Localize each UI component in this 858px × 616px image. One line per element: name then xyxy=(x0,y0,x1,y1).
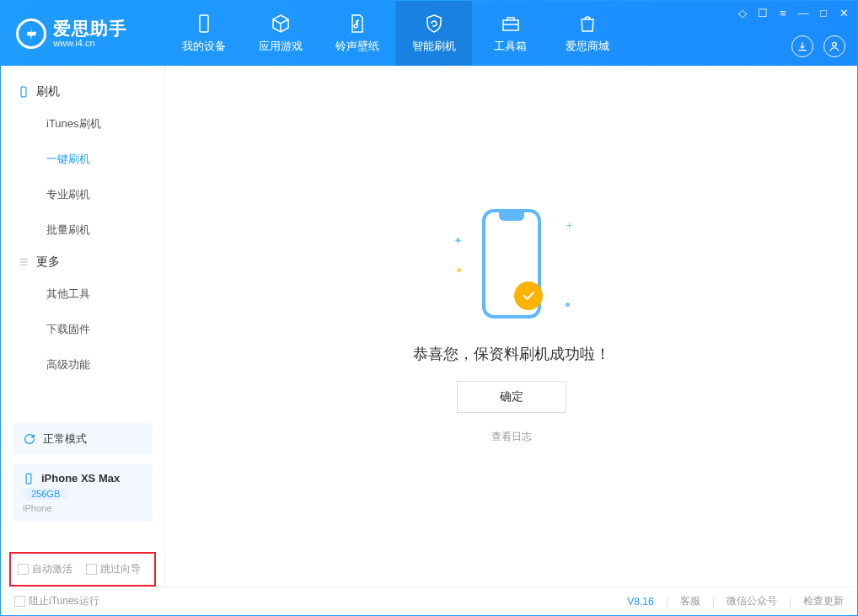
version-label: V8.16 xyxy=(627,596,653,608)
phone-illustration-icon xyxy=(482,209,541,319)
sparkle-icon: + xyxy=(566,219,573,232)
section-label: 更多 xyxy=(36,254,60,270)
download-button[interactable] xyxy=(791,35,813,57)
sidebar-section-more: 更多 xyxy=(1,248,164,276)
success-illustration: ✦ + xyxy=(465,209,558,327)
logo-icon xyxy=(16,19,46,49)
refresh-icon xyxy=(23,432,36,446)
svg-rect-3 xyxy=(26,474,31,484)
app-name: 爱思助手 xyxy=(53,19,127,38)
sidebar-item-pro-flash[interactable]: 专业刷机 xyxy=(1,177,164,212)
tab-label: 我的设备 xyxy=(182,39,226,54)
cube-icon xyxy=(271,13,291,34)
checkbox-label: 自动激活 xyxy=(32,563,72,575)
download-icon xyxy=(796,40,808,52)
tab-apps-games[interactable]: 应用游戏 xyxy=(242,1,319,66)
svg-point-1 xyxy=(833,42,837,46)
device-type: iPhone xyxy=(23,503,142,513)
list-icon xyxy=(18,256,29,268)
device-info-box[interactable]: iPhone XS Max 256GB iPhone xyxy=(13,463,153,522)
shield-refresh-icon xyxy=(424,13,444,34)
sidebar-item-batch-flash[interactable]: 批量刷机 xyxy=(1,212,164,248)
svg-rect-2 xyxy=(21,87,26,97)
device-name: iPhone XS Max xyxy=(41,472,120,485)
nav-tabs: 我的设备 应用游戏 铃声壁纸 智能刷机 工具箱 爱思商城 xyxy=(165,1,625,66)
logo: 爱思助手 www.i4.cn xyxy=(1,1,165,66)
user-button[interactable] xyxy=(823,35,845,57)
statusbar: 阻止iTunes运行 V8.16 | 客服 | 微信公众号 | 检查更新 xyxy=(1,587,857,615)
ok-button[interactable]: 确定 xyxy=(457,381,566,413)
phone-icon xyxy=(194,13,214,34)
window-controls: ◇ ☐ ≡ — □ ✕ xyxy=(736,6,850,19)
tab-label: 应用游戏 xyxy=(259,39,303,54)
menu-icon[interactable]: ≡ xyxy=(776,6,790,19)
minimize-button[interactable]: — xyxy=(796,6,810,19)
toolbox-icon xyxy=(501,13,521,34)
music-file-icon xyxy=(347,13,367,34)
shopping-bag-icon xyxy=(577,13,598,34)
sidebar-item-itunes-flash[interactable]: iTunes刷机 xyxy=(1,106,164,142)
success-message: 恭喜您，保资料刷机成功啦！ xyxy=(413,344,610,364)
device-mode-box[interactable]: 正常模式 xyxy=(13,423,153,455)
support-link[interactable]: 客服 xyxy=(680,594,700,608)
dot-icon xyxy=(566,303,570,307)
app-url: www.i4.cn xyxy=(53,38,127,48)
checkbox-label: 阻止iTunes运行 xyxy=(29,595,99,607)
check-update-link[interactable]: 检查更新 xyxy=(803,594,844,608)
sparkle-icon: ✦ xyxy=(453,234,463,247)
app-header: 爱思助手 www.i4.cn 我的设备 应用游戏 铃声壁纸 智能刷机 工具箱 爱… xyxy=(1,1,857,66)
sidebar-item-download-firmware[interactable]: 下载固件 xyxy=(1,312,164,347)
sidebar-item-oneclick-flash[interactable]: 一键刷机 xyxy=(1,142,164,177)
section-label: 刷机 xyxy=(36,84,60,99)
tab-toolbox[interactable]: 工具箱 xyxy=(472,1,549,66)
sidebar-item-advanced[interactable]: 高级功能 xyxy=(1,347,164,383)
tab-label: 工具箱 xyxy=(494,39,527,54)
device-capacity: 256GB xyxy=(23,488,68,500)
tab-label: 智能刷机 xyxy=(412,39,456,54)
tab-my-device[interactable]: 我的设备 xyxy=(165,1,242,66)
tshirt-icon[interactable]: ◇ xyxy=(736,6,749,19)
tab-label: 铃声壁纸 xyxy=(335,39,379,54)
tab-store[interactable]: 爱思商城 xyxy=(549,1,625,66)
feedback-icon[interactable]: ☐ xyxy=(756,6,770,19)
close-button[interactable]: ✕ xyxy=(837,6,850,19)
separator: | xyxy=(666,596,668,608)
sidebar-section-flash: 刷机 xyxy=(1,78,164,106)
svg-rect-0 xyxy=(200,15,208,32)
options-highlight-box: 自动激活 跳过向导 xyxy=(9,552,156,587)
main-content: ✦ + 恭喜您，保资料刷机成功啦！ 确定 查看日志 xyxy=(165,66,857,587)
phone-small-icon xyxy=(18,86,29,98)
dot-icon xyxy=(457,268,461,272)
user-icon xyxy=(829,40,840,52)
checkbox-block-itunes[interactable]: 阻止iTunes运行 xyxy=(14,594,99,608)
separator: | xyxy=(789,596,791,608)
checkbox-auto-activate[interactable]: 自动激活 xyxy=(18,562,72,576)
tab-smart-flash[interactable]: 智能刷机 xyxy=(395,1,472,66)
sidebar: 刷机 iTunes刷机 一键刷机 专业刷机 批量刷机 更多 其他工具 下载固件 … xyxy=(1,66,165,587)
mode-label: 正常模式 xyxy=(43,431,87,447)
wechat-link[interactable]: 微信公众号 xyxy=(727,594,777,608)
tab-ringtones-wallpapers[interactable]: 铃声壁纸 xyxy=(319,1,395,66)
header-actions xyxy=(791,35,845,57)
sidebar-item-other-tools[interactable]: 其他工具 xyxy=(1,276,164,312)
maximize-button[interactable]: □ xyxy=(817,6,830,19)
view-log-link[interactable]: 查看日志 xyxy=(491,430,532,444)
check-badge-icon xyxy=(514,281,543,310)
phone-outline-icon xyxy=(23,473,35,485)
separator: | xyxy=(712,596,715,608)
tab-label: 爱思商城 xyxy=(566,39,609,54)
checkbox-skip-guide[interactable]: 跳过向导 xyxy=(86,562,141,576)
checkbox-label: 跳过向导 xyxy=(100,563,141,575)
